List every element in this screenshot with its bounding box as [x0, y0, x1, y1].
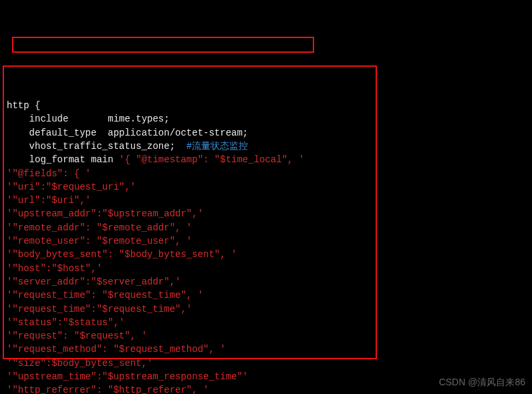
log-entry-1: '"uri":"$request_uri",' — [7, 180, 525, 194]
line-default-type: default_type application/octet-stream; — [7, 126, 525, 140]
log-entry-2: '"url":"$uri",' — [7, 194, 525, 207]
log-entry-4: '"remote_addr": "$remote_addr", ' — [7, 221, 525, 234]
vhost-directive: vhost_traffic_status_zone; — [7, 141, 175, 152]
log-entry-14: '"size":$body_bytes_sent,' — [7, 357, 525, 370]
highlight-box-1 — [12, 37, 314, 53]
watermark: CSDN @清风自来86 — [439, 375, 525, 389]
line-include: include mime.types; — [7, 112, 525, 126]
log-entry-10: '"request_time":"$request_time",' — [7, 303, 525, 316]
line-vhost: vhost_traffic_status_zone; #流量状态监控 — [7, 140, 525, 153]
log-entry-12: '"request": "$request", ' — [7, 329, 525, 343]
log-entry-0: '"@fields": { ' — [7, 167, 525, 180]
log-entry-3: '"upstream_addr":"$upstream_addr",' — [7, 207, 525, 220]
log-entry-5: '"remote_user": "$remote_user", ' — [7, 234, 525, 248]
log-entry-9: '"request_time": "$request_time", ' — [7, 288, 525, 302]
log-entry-8: '"server_addr":"$server_addr",' — [7, 275, 525, 288]
vhost-comment: #流量状态监控 — [175, 141, 248, 152]
line-log-format: log_format main '{ "@timestamp": "$time_… — [7, 153, 525, 166]
log-format-start: '{ "@timestamp": "$time_local", ' — [119, 154, 304, 165]
line-http: http { — [7, 99, 525, 112]
log-entry-13: '"request_method": "$request_method", ' — [7, 343, 525, 356]
log-entry-7: '"host":"$host",' — [7, 262, 525, 275]
log-entry-6: '"body_bytes_sent": "$body_bytes_sent", … — [7, 248, 525, 261]
code-block: http { include mime.types; default_type … — [7, 99, 525, 394]
log-format-keyword: log_format main — [7, 154, 119, 165]
log-entry-11: '"status":"$status",' — [7, 316, 525, 329]
